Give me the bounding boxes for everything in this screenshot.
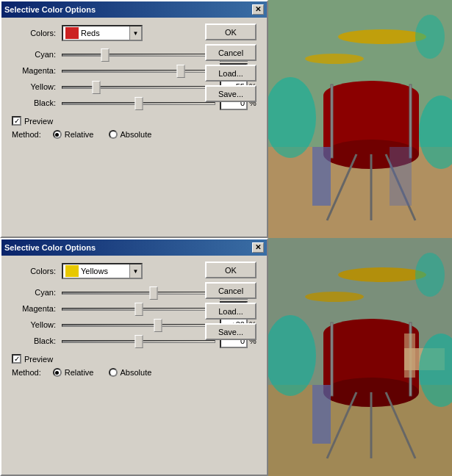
svg-point-25 [305,292,364,302]
preview-checkbox-1[interactable]: ✓ [12,116,21,126]
load-button-2[interactable]: Load... [205,303,257,320]
yellow-track-1 [62,86,215,89]
cyan-track-2 [62,292,215,295]
buttons-col-2: OK Cancel Load... Save... [205,262,257,340]
svg-point-24 [338,267,426,282]
svg-rect-30 [404,333,415,378]
absolute-radio-2[interactable] [109,368,118,377]
cancel-button-1[interactable]: Cancel [205,44,257,61]
color-select-text-1: Reds [81,29,129,37]
title-1: Selective Color Options [4,5,96,14]
ok-button-2[interactable]: OK [205,262,257,278]
relative-radio-1[interactable] [53,130,62,139]
main-container: Selective Color Options ✕ Colors: Reds ▼ [0,0,452,476]
relative-dot-1 [55,133,59,137]
load-button-1[interactable]: Load... [205,65,257,82]
cyan-slider-track-1[interactable] [62,52,215,57]
ok-button-1[interactable]: OK [205,24,257,40]
color-select-2[interactable]: Yellows ▼ [62,263,143,279]
dropdown-arrow-2[interactable]: ▼ [129,264,141,278]
absolute-radio-group-2[interactable]: Absolute [109,368,152,377]
relative-label-2: Relative [65,368,94,377]
absolute-label-1: Absolute [121,130,152,139]
dropdown-arrow-1[interactable]: ▼ [129,26,141,40]
preview-label-2: Preview [24,355,53,364]
magenta-slider-track-1[interactable] [62,68,215,73]
cyan-track-1 [62,54,215,57]
drum-scene-1 [268,0,452,238]
method-label-2: Method: [12,368,41,377]
preview-row-1: ✓ Preview [12,116,257,126]
relative-radio-group-1[interactable]: Relative [53,130,94,139]
svg-point-16 [415,15,445,59]
photo-panel-1 [268,0,452,238]
magenta-thumb-1[interactable] [177,65,185,78]
color-select-1[interactable]: Reds ▼ [62,25,143,41]
dialog-2: Selective Color Options ✕ Colors: Yellow… [0,238,268,476]
method-label-1: Method: [12,130,41,139]
cyan-slider-2[interactable] [62,290,215,295]
color-select-text-2: Yellows [81,267,129,275]
yellow-label-2: Yellow: [12,320,56,329]
title-bar-2: Selective Color Options ✕ [1,239,267,256]
svg-rect-13 [390,147,412,206]
magenta-label-1: Magenta: [12,66,56,75]
photo-panel-2 [268,238,452,476]
svg-point-8 [305,54,364,64]
close-button-1[interactable]: ✕ [252,4,264,15]
yellow-slider-track-1[interactable] [62,84,215,89]
yellow-slider-2[interactable] [62,322,215,327]
svg-rect-12 [312,147,331,206]
relative-radio-2[interactable] [53,368,62,377]
preview-checkbox-2[interactable]: ✓ [12,354,21,364]
magenta-track-2 [62,308,215,311]
yellow-track-2 [62,324,215,327]
row-1: Selective Color Options ✕ Colors: Reds ▼ [0,0,452,238]
svg-rect-22 [331,322,333,396]
method-row-1: Method: Relative Absolute [12,130,257,139]
svg-point-7 [338,29,426,44]
relative-label-1: Relative [65,130,94,139]
svg-point-34 [415,253,445,297]
black-track-1 [62,102,215,105]
preview-label-1: Preview [24,117,53,126]
black-slider-2[interactable] [62,339,215,343]
black-thumb-1[interactable] [134,97,143,110]
cyan-thumb-2[interactable] [150,286,158,300]
black-thumb-2[interactable] [134,335,143,348]
black-label-1: Black: [12,98,56,107]
yellow-thumb-2[interactable] [154,319,162,332]
absolute-radio-group-1[interactable]: Absolute [109,130,152,139]
cyan-label-1: Cyan: [12,50,56,59]
close-button-2[interactable]: ✕ [252,242,264,253]
colors-label-2: Colors: [12,267,56,275]
magenta-slider-2[interactable] [62,306,215,311]
title-2: Selective Color Options [4,243,96,252]
relative-radio-group-2[interactable]: Relative [53,368,94,377]
drum-photo-svg-1 [268,0,452,238]
row-2: Selective Color Options ✕ Colors: Yellow… [0,238,452,476]
save-button-1[interactable]: Save... [205,85,257,102]
yellow-thumb-1[interactable] [92,81,100,94]
black-slider-track-1[interactable] [62,101,215,105]
preview-row-2: ✓ Preview [12,354,257,364]
relative-dot-2 [55,371,59,375]
save-button-2[interactable]: Save... [205,323,257,340]
absolute-label-2: Absolute [121,368,152,377]
svg-rect-31 [312,385,331,444]
magenta-label-2: Magenta: [12,304,56,313]
color-swatch-1 [65,27,79,39]
dialog-1: Selective Color Options ✕ Colors: Reds ▼ [0,0,268,238]
absolute-radio-1[interactable] [109,130,118,139]
yellow-label-1: Yellow: [12,82,56,91]
magenta-thumb-2[interactable] [134,303,143,316]
buttons-col-1: OK Cancel Load... Save... [205,24,257,102]
svg-rect-5 [331,84,333,158]
color-swatch-2 [65,265,79,277]
black-track-2 [62,340,215,343]
magenta-track-1 [62,70,215,73]
cancel-button-2[interactable]: Cancel [205,282,257,299]
cyan-thumb-1[interactable] [101,48,109,62]
cyan-label-2: Cyan: [12,288,56,297]
colors-label-1: Colors: [12,29,56,37]
